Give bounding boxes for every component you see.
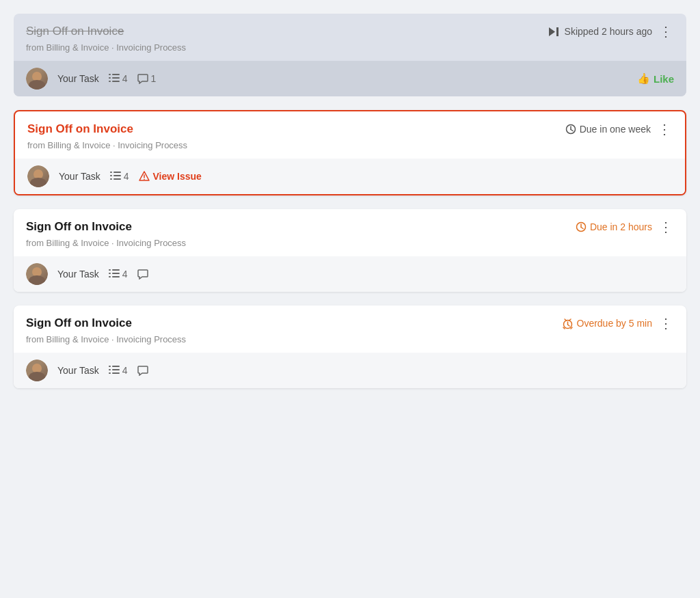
like-label: Like [654, 73, 674, 85]
task-card-due-week: Sign Off on Invoice Due in one week ⋮ fr… [14, 110, 686, 195]
svg-rect-13 [110, 175, 112, 176]
list-count-overdue: 4 [122, 365, 128, 376]
more-button-due-2hours[interactable]: ⋮ [658, 220, 674, 234]
svg-rect-4 [109, 77, 111, 79]
card-top-due-2hours: Sign Off on Invoice Due in 2 hours ⋮ fro… [14, 209, 686, 256]
avatar-overdue [26, 359, 48, 381]
card-meta-right-due-week: Due in one week ⋮ [565, 122, 673, 136]
card-header-skipped: Sign Off on Invoice Skipped 2 hours ago … [26, 25, 674, 38]
overdue-status-text: Overdue by 5 min [577, 318, 653, 329]
clock-icon-due-2hours [576, 221, 587, 232]
task-label-due-2hours: Your Task [57, 269, 99, 280]
card-top-due-week: Sign Off on Invoice Due in one week ⋮ fr… [15, 111, 685, 159]
card-top-skipped: Sign Off on Invoice Skipped 2 hours ago … [14, 14, 686, 61]
svg-rect-37 [109, 369, 111, 370]
svg-rect-26 [109, 276, 111, 277]
task-label-skipped: Your Task [57, 73, 99, 84]
card-footer-due-2hours: Your Task 4 [14, 256, 686, 292]
svg-line-30 [567, 325, 569, 326]
skip-icon [549, 27, 560, 36]
list-svg-due-2hours [109, 269, 120, 279]
card-meta-right-skipped: Skipped 2 hours ago ⋮ [549, 25, 674, 38]
svg-rect-25 [112, 273, 120, 274]
card-header-overdue: Sign Off on Invoice Overdue by 5 min ⋮ [26, 316, 674, 330]
svg-rect-23 [112, 269, 120, 271]
svg-rect-5 [112, 77, 120, 79]
avatar-skipped [26, 68, 48, 90]
svg-rect-22 [109, 269, 111, 271]
svg-line-32 [569, 319, 571, 321]
list-count-due-week: 4 [124, 171, 129, 182]
list-icon-due-week: 4 [110, 171, 129, 182]
svg-rect-35 [109, 366, 111, 367]
clock-icon-due-week [565, 124, 576, 135]
svg-rect-38 [112, 369, 120, 370]
list-svg-due-week [110, 172, 121, 181]
svg-line-21 [581, 228, 583, 229]
svg-rect-7 [112, 81, 120, 82]
comment-icon-overdue [137, 365, 148, 376]
svg-line-34 [571, 327, 572, 329]
svg-rect-40 [112, 372, 120, 374]
task-card-skipped: Sign Off on Invoice Skipped 2 hours ago … [14, 14, 686, 96]
due-2hours-status: Due in 2 hours [576, 221, 652, 232]
card-title-due-week: Sign Off on Invoice [27, 122, 133, 136]
svg-rect-2 [109, 74, 111, 75]
due-2hours-status-text: Due in 2 hours [590, 221, 652, 232]
list-count-due-2hours: 4 [122, 269, 128, 280]
comment-svg-overdue [137, 365, 148, 376]
more-button-skipped[interactable]: ⋮ [658, 25, 674, 38]
card-meta-right-due-2hours: Due in 2 hours ⋮ [576, 220, 674, 234]
svg-rect-12 [113, 172, 121, 173]
comment-svg-due-2hours [137, 269, 148, 280]
skipped-status: Skipped 2 hours ago [549, 26, 652, 37]
task-card-overdue: Sign Off on Invoice Overdue by 5 min ⋮ [14, 305, 686, 388]
svg-rect-1 [556, 27, 558, 36]
task-label-overdue: Your Task [57, 365, 99, 376]
svg-line-31 [565, 319, 567, 321]
svg-rect-14 [113, 175, 121, 176]
card-title-overdue: Sign Off on Invoice [26, 316, 132, 330]
overdue-status: Overdue by 5 min [562, 318, 653, 329]
due-week-status-text: Due in one week [580, 124, 651, 135]
card-header-due-week: Sign Off on Invoice Due in one week ⋮ [27, 122, 673, 136]
comment-svg-skipped [137, 73, 148, 84]
svg-rect-39 [109, 372, 111, 374]
avatar-due-2hours [26, 263, 48, 285]
svg-rect-6 [109, 81, 111, 82]
view-issue-label: View Issue [153, 171, 202, 182]
comment-icon-skipped: 1 [137, 73, 157, 84]
like-button-skipped[interactable]: 👍 Like [637, 72, 674, 85]
view-issue-button[interactable]: View Issue [139, 171, 202, 182]
more-button-overdue[interactable]: ⋮ [658, 316, 674, 330]
list-icon-due-2hours: 4 [109, 269, 128, 280]
list-count-skipped: 4 [122, 73, 128, 84]
warning-icon-due-week [139, 171, 150, 182]
svg-rect-15 [110, 178, 112, 180]
card-title-due-2hours: Sign Off on Invoice [26, 220, 132, 234]
card-meta-right-overdue: Overdue by 5 min ⋮ [562, 316, 675, 330]
comment-icon-due-2hours [137, 269, 148, 280]
more-button-due-week[interactable]: ⋮ [656, 122, 673, 136]
svg-rect-27 [112, 276, 120, 277]
svg-point-18 [144, 179, 145, 180]
list-icon-skipped: 4 [109, 73, 128, 84]
list-svg-skipped [109, 74, 120, 83]
svg-rect-24 [109, 273, 111, 274]
card-subtitle-skipped: from Billing & Invoice · Invoicing Proce… [26, 42, 674, 53]
alarm-icon-overdue [562, 318, 574, 329]
svg-line-33 [563, 327, 565, 329]
due-week-status: Due in one week [565, 124, 651, 135]
svg-line-10 [571, 130, 573, 131]
card-footer-due-week: Your Task 4 View Issue [15, 159, 685, 194]
card-header-due-2hours: Sign Off on Invoice Due in 2 hours ⋮ [26, 220, 674, 234]
list-svg-overdue [109, 366, 120, 375]
avatar-due-week [27, 165, 49, 187]
like-icon: 👍 [637, 72, 650, 85]
svg-marker-0 [549, 27, 555, 36]
card-title-skipped: Sign Off on Invoice [26, 25, 124, 38]
task-card-due-2hours: Sign Off on Invoice Due in 2 hours ⋮ fro… [14, 209, 686, 292]
svg-rect-3 [112, 74, 120, 75]
svg-rect-11 [110, 172, 112, 173]
list-icon-overdue: 4 [109, 365, 128, 376]
